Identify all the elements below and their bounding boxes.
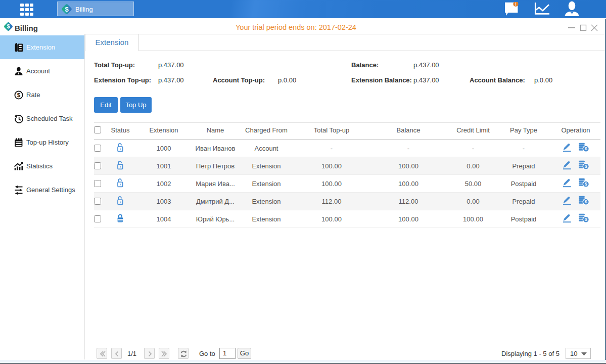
svg-text:$: $ [65,6,69,13]
svg-text:$: $ [585,164,587,169]
svg-text:$: $ [585,199,587,204]
svg-text:$: $ [585,181,587,187]
svg-text:!: ! [515,2,517,7]
svg-text:$: $ [7,23,10,29]
svg-text:$: $ [585,217,587,222]
svg-text:$: $ [585,146,587,151]
svg-text:$: $ [17,92,21,98]
